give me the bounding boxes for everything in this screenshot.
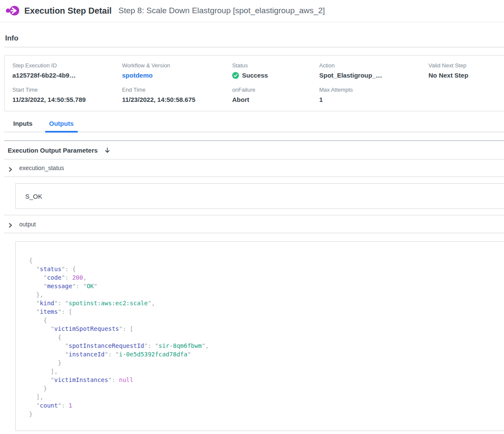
field-max-attempts: Max Attempts 1 <box>319 87 428 103</box>
field-value: a125728f-6b22-4b9… <box>12 72 122 79</box>
field-valid-next-step: Valid Next Step No Next Step <box>428 62 504 79</box>
page-subtitle: Step 8: Scale Down Elastgroup [spot_elas… <box>119 6 325 15</box>
page-title: Execution Step Detail <box>24 6 112 16</box>
field-value: Abort <box>232 96 319 103</box>
tab-bar: Inputs Outputs <box>4 118 504 132</box>
tab-outputs[interactable]: Outputs <box>45 118 78 133</box>
field-label: End Time <box>122 87 232 93</box>
success-check-icon <box>232 72 239 79</box>
field-label: Workflow & Version <box>122 62 232 69</box>
param-row-execution-status[interactable]: execution_status <box>4 159 504 177</box>
page-header: Execution Step Detail Step 8: Scale Down… <box>0 0 504 22</box>
workflow-link[interactable]: spotdemo <box>122 72 232 79</box>
info-card: Step Execution ID a125728f-6b22-4b9… Wor… <box>4 55 504 111</box>
field-status: Status Success <box>232 62 319 79</box>
field-action: Action Spot_Elastigroup_… <box>319 62 428 79</box>
field-end-time: End Time 11/23/2022, 14:50:58.675 <box>122 87 232 103</box>
field-label: Step Execution ID <box>12 62 122 69</box>
param-name: output <box>19 221 36 228</box>
execution-status-value-wrap: S_OK <box>4 177 504 215</box>
field-label: Valid Next Step <box>428 62 504 69</box>
field-value: 11/23/2022, 14:50:55.789 <box>12 96 122 103</box>
field-label: Status <box>232 62 319 69</box>
chevron-right-icon[interactable] <box>8 222 13 226</box>
output-json-code: { "status": { "code": 200, "message": "O… <box>29 256 504 418</box>
panel-heading-text: Execution Output Parameters <box>8 147 98 154</box>
chevron-right-icon[interactable] <box>8 166 13 171</box>
param-name: execution_status <box>19 165 64 171</box>
field-label: Start Time <box>12 87 122 93</box>
field-step-execution-id: Step Execution ID a125728f-6b22-4b9… <box>12 62 122 79</box>
download-icon[interactable] <box>104 147 111 154</box>
field-label: onFailure <box>232 87 319 93</box>
field-label: Max Attempts <box>319 87 428 93</box>
field-value: No Next Step <box>428 72 504 79</box>
tab-inputs[interactable]: Inputs <box>9 118 36 132</box>
execution-output-parameters-heading: Execution Output Parameters <box>4 141 504 159</box>
output-json-box: { "status": { "code": 200, "message": "O… <box>15 241 504 431</box>
param-row-output[interactable]: output <box>4 215 504 233</box>
field-value: 11/23/2022, 14:50:58.675 <box>122 96 232 103</box>
output-json-wrap: { "status": { "code": 200, "message": "O… <box>4 233 504 431</box>
field-value: Spot_Elastigroup_… <box>319 72 428 79</box>
field-value: 1 <box>319 96 428 103</box>
field-label: Action <box>319 62 428 69</box>
field-workflow-version: Workflow & Version spotdemo <box>122 62 232 79</box>
spot-logo-icon <box>6 4 20 17</box>
field-start-time: Start Time 11/23/2022, 14:50:55.789 <box>12 87 122 103</box>
status-text: Success <box>242 72 268 79</box>
status-badge: Success <box>232 72 319 79</box>
info-section-title: Info <box>4 22 504 47</box>
execution-status-value: S_OK <box>15 183 504 209</box>
field-onfailure: onFailure Abort <box>232 87 319 103</box>
